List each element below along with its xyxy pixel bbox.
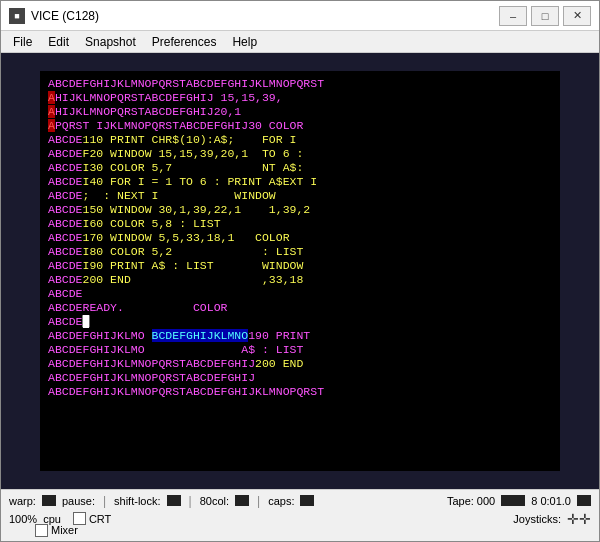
screen-line-9: ABCDE; : NEXT I WINDOW (48, 189, 552, 203)
screen-line-3: AHIJKLMNOPQRSTABCDEFGHIJ20,1 (48, 105, 552, 119)
maximize-button[interactable]: □ (531, 6, 559, 26)
mixer-checkbox-area: Mixer (35, 524, 78, 537)
col80-label: 80col: (200, 495, 229, 507)
screen-line-10: ABCDE150 WINDOW 30,1,39,22,1 1,39,2 (48, 203, 552, 217)
tape-status-box (577, 495, 591, 506)
screen-line-21: ABCDEFGHIJKLMNOPQRSTABCDEFGHIJ200 END (48, 357, 552, 371)
main-window: ■ VICE (C128) – □ ✕ File Edit Snapshot P… (0, 0, 600, 542)
close-button[interactable]: ✕ (563, 6, 591, 26)
screen-line-17: ABCDEREADY. COLOR (48, 301, 552, 315)
emulator-screen[interactable]: ABCDEFGHIJKLMNOPQRSTABCDEFGHIJKLMNOPQRST… (40, 71, 560, 471)
pause-label: pause: (62, 495, 95, 507)
tape-counter: 8 0:01.0 (531, 495, 571, 507)
menu-edit[interactable]: Edit (40, 33, 77, 51)
screen-line-2: AHIJKLMNOPQRSTABCDEFGHIJ 15,15,39, (48, 91, 552, 105)
menu-file[interactable]: File (5, 33, 40, 51)
status-row-1: warp: pause: | shift-lock: | 80col: | ca… (9, 493, 591, 509)
status-row-3: Mixer (9, 523, 591, 539)
screen-line-6: ABCDEF20 WINDOW 15,15,39,20,1 TO 6 : (48, 147, 552, 161)
screen-line-16: ABCDE (48, 287, 552, 301)
menu-snapshot[interactable]: Snapshot (77, 33, 144, 51)
tape-label: Tape: 000 (447, 495, 495, 507)
col80-indicator (235, 495, 249, 506)
window-title: VICE (C128) (31, 9, 499, 23)
screen-line-11: ABCDEI60 COLOR 5,8 : LIST (48, 217, 552, 231)
menu-preferences[interactable]: Preferences (144, 33, 225, 51)
screen-line-23: ABCDEFGHIJKLMNOPQRSTABCDEFGHIJKLMNOPQRST (48, 385, 552, 399)
shiftlock-label: shift-lock: (114, 495, 160, 507)
screen-line-1: ABCDEFGHIJKLMNOPQRSTABCDEFGHIJKLMNOPQRST (48, 77, 552, 91)
tape-indicator (501, 495, 525, 506)
screen-line-5: ABCDE110 PRINT CHR$(10):A$; FOR I (48, 133, 552, 147)
window-icon: ■ (9, 8, 25, 24)
title-bar: ■ VICE (C128) – □ ✕ (1, 1, 599, 31)
screen-line-4: APQRST IJKLMNOPQRSTABCDEFGHIJ30 COLOR (48, 119, 552, 133)
screen-line-18: ABCDE█ (48, 315, 552, 329)
screen-line-8: ABCDEI40 FOR I = 1 TO 6 : PRINT A$EXT I (48, 175, 552, 189)
screen-area: ABCDEFGHIJKLMNOPQRSTABCDEFGHIJKLMNOPQRST… (1, 53, 599, 489)
menu-bar: File Edit Snapshot Preferences Help (1, 31, 599, 53)
mixer-checkbox[interactable] (35, 524, 48, 537)
screen-line-22: ABCDEFGHIJKLMNOPQRSTABCDEFGHIJ (48, 371, 552, 385)
caps-indicator (300, 495, 314, 506)
shiftlock-indicator (167, 495, 181, 506)
screen-line-20: ABCDEFGHIJKLMO A$ : LIST (48, 343, 552, 357)
warp-indicator (42, 495, 56, 506)
menu-help[interactable]: Help (224, 33, 265, 51)
window-controls: – □ ✕ (499, 6, 591, 26)
minimize-button[interactable]: – (499, 6, 527, 26)
screen-line-12: ABCDE170 WINDOW 5,5,33,18,1 COLOR (48, 231, 552, 245)
status-bar: warp: pause: | shift-lock: | 80col: | ca… (1, 489, 599, 541)
screen-line-15: ABCDE200 END ,33,18 (48, 273, 552, 287)
screen-line-14: ABCDEI90 PRINT A$ : LIST WINDOW (48, 259, 552, 273)
caps-label: caps: (268, 495, 294, 507)
warp-label: warp: (9, 495, 36, 507)
screen-line-19: ABCDEFGHIJKLMO BCDEFGHIJKLMNO190 PRINT (48, 329, 552, 343)
screen-line-13: ABCDEI80 COLOR 5,2 : LIST (48, 245, 552, 259)
mixer-label: Mixer (51, 524, 78, 536)
screen-line-7: ABCDEI30 COLOR 5,7 NT A$: (48, 161, 552, 175)
